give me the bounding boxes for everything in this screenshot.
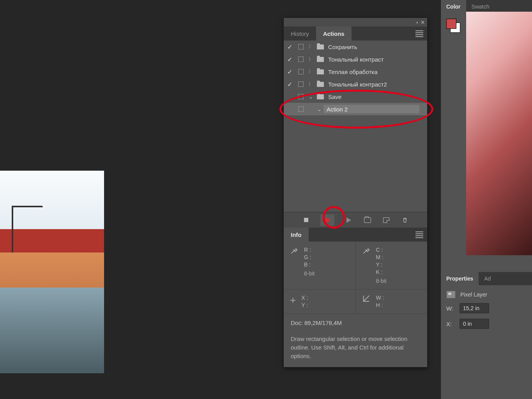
dialog-toggle[interactable] (295, 56, 306, 62)
width-label: W: (446, 305, 456, 312)
panel-titlebar[interactable]: ‹‹ ✕ (284, 18, 427, 26)
action-name-field[interactable]: Action 2 (323, 105, 419, 113)
info-y: Y : (376, 261, 387, 268)
info-x: X : (301, 294, 308, 302)
x-row: X: (446, 319, 527, 329)
toggle-check[interactable]: ✓ (284, 81, 295, 88)
chevron-right-icon[interactable]: 〉 (306, 68, 315, 75)
info-tab-row: Info (284, 228, 427, 242)
record-button[interactable] (320, 214, 334, 226)
info-cmyk-cell: C : M : Y : K : 8-bit (356, 242, 428, 290)
action-set-row[interactable]: ✓ 〉 Теплая обработка (284, 65, 427, 78)
floating-panel-group: ‹‹ ✕ History Actions ✓ 〉 Сохранить ✓ 〉 Т… (283, 18, 428, 367)
tab-swatches[interactable]: Swatch (466, 0, 495, 13)
info-c: C : (376, 246, 387, 254)
color-spectrum[interactable] (466, 12, 532, 255)
new-action-button[interactable] (382, 216, 391, 224)
play-button[interactable] (345, 216, 353, 224)
info-r: R : (304, 246, 315, 254)
width-row: W: (446, 303, 527, 313)
action-set-row[interactable]: ⌄ Save (284, 90, 427, 103)
info-panel-body: R : G : B : 8-bit C : M : Y : K : 8-bit (284, 242, 427, 367)
info-tool-hint: Draw rectangular selection or move selec… (284, 332, 427, 367)
foreground-color-swatch[interactable] (446, 19, 456, 29)
close-icon[interactable]: ✕ (421, 19, 425, 25)
info-k: K : (376, 268, 387, 276)
width-field[interactable] (460, 303, 489, 313)
stop-button[interactable] (302, 216, 310, 224)
tab-history[interactable]: History (284, 26, 316, 41)
panel-menu-icon[interactable] (415, 29, 423, 38)
layer-kind-label: Pixel Layer (460, 291, 487, 298)
fg-bg-swatch[interactable] (446, 19, 460, 33)
tab-adjustments[interactable]: Ad (479, 272, 496, 285)
action-set-row[interactable]: ✓ 〉 Сохранить (284, 41, 427, 53)
play-icon (346, 217, 351, 223)
folder-icon (315, 57, 326, 62)
info-b: B : (304, 261, 315, 268)
action-label: Save (326, 94, 427, 100)
folder-icon (315, 82, 326, 87)
new-action-icon (383, 217, 389, 223)
dialog-toggle[interactable] (295, 44, 306, 49)
tab-color[interactable]: Color (441, 0, 466, 13)
toggle-check[interactable]: ✓ (284, 56, 295, 63)
actions-footer (284, 212, 427, 228)
info-h: H : (376, 302, 384, 309)
document-canvas[interactable] (0, 171, 104, 373)
bounds-icon (362, 294, 371, 309)
dialog-toggle[interactable] (295, 69, 306, 74)
record-icon (325, 218, 330, 222)
new-set-button[interactable] (363, 216, 372, 224)
delete-button[interactable] (401, 216, 409, 224)
eyedropper-icon (290, 246, 299, 284)
tab-info[interactable]: Info (284, 228, 309, 242)
tab-properties[interactable]: Properties (441, 272, 479, 285)
action-set-row[interactable]: ✓ 〉 Тональный контраст2 (284, 78, 427, 90)
toggle-check[interactable]: ✓ (284, 43, 295, 51)
info-doc-size: Doc: 89,2M/178,4M (284, 314, 427, 332)
dialog-toggle[interactable] (295, 94, 306, 99)
x-field[interactable] (460, 319, 489, 329)
info-bitdepth: 8-bit (304, 270, 315, 277)
pixel-layer-icon (446, 291, 456, 298)
collapse-icon[interactable]: ‹‹ (416, 20, 417, 25)
info-xy-cell: + X : Y : (284, 290, 356, 314)
action-label: Теплая обработка (326, 69, 427, 75)
dialog-toggle[interactable] (295, 106, 306, 112)
action-label: Сохранить (326, 44, 427, 50)
panel-menu-icon[interactable] (415, 230, 423, 239)
folder-icon (315, 94, 326, 99)
right-dock: Color Swatch Properties Ad Pixel Layer W… (440, 0, 532, 399)
image-region-lower (0, 288, 104, 373)
info-m: M : (376, 254, 387, 261)
color-tabs: Color Swatch (441, 0, 532, 13)
info-bitdepth: 8-bit (376, 277, 387, 285)
properties-tabs: Properties Ad (441, 272, 532, 285)
info-wh-cell: W : H : (356, 290, 428, 314)
chevron-right-icon[interactable]: 〉 (306, 81, 315, 88)
layer-kind-row: Pixel Layer (446, 291, 527, 298)
stop-icon (304, 218, 308, 222)
x-label: X: (446, 321, 456, 327)
info-rgb-cell: R : G : B : 8-bit (284, 242, 356, 290)
chevron-right-icon[interactable]: 〉 (306, 56, 315, 63)
actions-list: ✓ 〉 Сохранить ✓ 〉 Тональный контраст ✓ 〉… (284, 41, 427, 212)
image-lamp-post (12, 206, 13, 252)
chevron-down-icon[interactable]: ⌄ (315, 106, 323, 112)
chevron-right-icon[interactable]: 〉 (306, 43, 315, 50)
action-label: Тональный контраст (326, 56, 427, 63)
folder-plus-icon (364, 217, 371, 223)
toggle-check[interactable]: ✓ (284, 68, 295, 76)
info-g: G : (304, 254, 315, 261)
action-item-row[interactable]: ⌄ Action 2 (284, 103, 427, 115)
tab-actions[interactable]: Actions (316, 26, 352, 41)
chevron-down-icon[interactable]: ⌄ (306, 94, 315, 100)
dialog-toggle[interactable] (295, 81, 306, 87)
info-w: W : (376, 294, 384, 302)
info-y-coord: Y : (301, 302, 308, 309)
action-set-row[interactable]: ✓ 〉 Тональный контраст (284, 53, 427, 65)
folder-icon (315, 69, 326, 74)
action-label: Тональный контраст2 (326, 81, 427, 88)
actions-tab-row: History Actions (284, 26, 427, 41)
